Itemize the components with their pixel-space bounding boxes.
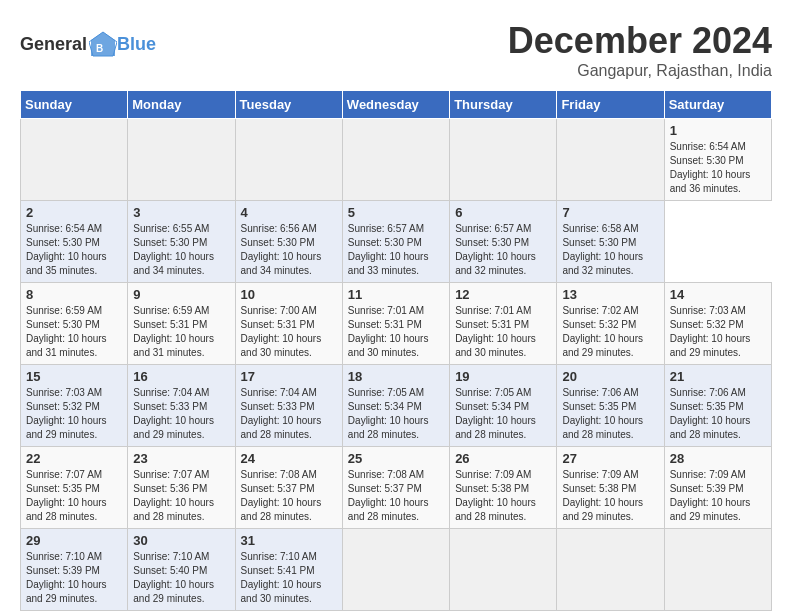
calendar-day-cell: 29Sunrise: 7:10 AMSunset: 5:39 PMDayligh…: [21, 529, 128, 611]
calendar-day-cell: 5Sunrise: 6:57 AMSunset: 5:30 PMDaylight…: [342, 201, 449, 283]
calendar-day-cell: 27Sunrise: 7:09 AMSunset: 5:38 PMDayligh…: [557, 447, 664, 529]
calendar-day-cell: 15Sunrise: 7:03 AMSunset: 5:32 PMDayligh…: [21, 365, 128, 447]
calendar-week-row: 22Sunrise: 7:07 AMSunset: 5:35 PMDayligh…: [21, 447, 772, 529]
day-info: Sunrise: 7:06 AMSunset: 5:35 PMDaylight:…: [670, 387, 751, 440]
day-number: 27: [562, 451, 658, 466]
calendar-day-cell: 25Sunrise: 7:08 AMSunset: 5:37 PMDayligh…: [342, 447, 449, 529]
calendar-empty-cell: [235, 119, 342, 201]
calendar-week-row: 8Sunrise: 6:59 AMSunset: 5:30 PMDaylight…: [21, 283, 772, 365]
calendar-day-cell: [342, 529, 449, 611]
day-info: Sunrise: 6:58 AMSunset: 5:30 PMDaylight:…: [562, 223, 643, 276]
day-number: 12: [455, 287, 551, 302]
day-number: 29: [26, 533, 122, 548]
calendar-day-cell: 28Sunrise: 7:09 AMSunset: 5:39 PMDayligh…: [664, 447, 771, 529]
calendar-table: SundayMondayTuesdayWednesdayThursdayFrid…: [20, 90, 772, 611]
day-number: 19: [455, 369, 551, 384]
calendar-header-sunday: Sunday: [21, 91, 128, 119]
calendar-body: 1Sunrise: 6:54 AMSunset: 5:30 PMDaylight…: [21, 119, 772, 611]
day-info: Sunrise: 7:04 AMSunset: 5:33 PMDaylight:…: [133, 387, 214, 440]
day-info: Sunrise: 7:05 AMSunset: 5:34 PMDaylight:…: [455, 387, 536, 440]
calendar-header-wednesday: Wednesday: [342, 91, 449, 119]
calendar-day-cell: 24Sunrise: 7:08 AMSunset: 5:37 PMDayligh…: [235, 447, 342, 529]
logo: General B Blue: [20, 30, 156, 58]
day-info: Sunrise: 7:10 AMSunset: 5:41 PMDaylight:…: [241, 551, 322, 604]
day-number: 18: [348, 369, 444, 384]
calendar-day-cell: 18Sunrise: 7:05 AMSunset: 5:34 PMDayligh…: [342, 365, 449, 447]
day-info: Sunrise: 7:05 AMSunset: 5:34 PMDaylight:…: [348, 387, 429, 440]
day-info: Sunrise: 6:59 AMSunset: 5:30 PMDaylight:…: [26, 305, 107, 358]
month-year: December 2024: [508, 20, 772, 62]
day-info: Sunrise: 6:54 AMSunset: 5:30 PMDaylight:…: [26, 223, 107, 276]
day-info: Sunrise: 6:56 AMSunset: 5:30 PMDaylight:…: [241, 223, 322, 276]
logo-text-blue: Blue: [117, 34, 156, 55]
day-info: Sunrise: 7:07 AMSunset: 5:35 PMDaylight:…: [26, 469, 107, 522]
logo-text-general: General: [20, 34, 87, 55]
calendar-day-cell: 26Sunrise: 7:09 AMSunset: 5:38 PMDayligh…: [450, 447, 557, 529]
day-number: 14: [670, 287, 766, 302]
day-number: 31: [241, 533, 337, 548]
day-number: 2: [26, 205, 122, 220]
calendar-day-cell: 19Sunrise: 7:05 AMSunset: 5:34 PMDayligh…: [450, 365, 557, 447]
day-number: 16: [133, 369, 229, 384]
calendar-day-cell: 22Sunrise: 7:07 AMSunset: 5:35 PMDayligh…: [21, 447, 128, 529]
calendar-day-cell: [664, 529, 771, 611]
calendar-day-cell: 31Sunrise: 7:10 AMSunset: 5:41 PMDayligh…: [235, 529, 342, 611]
calendar-empty-cell: [128, 119, 235, 201]
header: General B Blue December 2024 Gangapur, R…: [20, 20, 772, 80]
day-info: Sunrise: 7:09 AMSunset: 5:38 PMDaylight:…: [455, 469, 536, 522]
day-info: Sunrise: 7:10 AMSunset: 5:39 PMDaylight:…: [26, 551, 107, 604]
logo-icon: B: [89, 30, 117, 58]
day-info: Sunrise: 7:08 AMSunset: 5:37 PMDaylight:…: [241, 469, 322, 522]
day-number: 3: [133, 205, 229, 220]
calendar-header-row: SundayMondayTuesdayWednesdayThursdayFrid…: [21, 91, 772, 119]
calendar-day-cell: [557, 529, 664, 611]
day-number: 23: [133, 451, 229, 466]
calendar-header-thursday: Thursday: [450, 91, 557, 119]
calendar-day-cell: 11Sunrise: 7:01 AMSunset: 5:31 PMDayligh…: [342, 283, 449, 365]
calendar-empty-cell: [450, 119, 557, 201]
calendar-day-cell: 10Sunrise: 7:00 AMSunset: 5:31 PMDayligh…: [235, 283, 342, 365]
day-number: 25: [348, 451, 444, 466]
day-info: Sunrise: 7:06 AMSunset: 5:35 PMDaylight:…: [562, 387, 643, 440]
day-info: Sunrise: 6:57 AMSunset: 5:30 PMDaylight:…: [455, 223, 536, 276]
calendar-header-friday: Friday: [557, 91, 664, 119]
calendar-day-cell: 9Sunrise: 6:59 AMSunset: 5:31 PMDaylight…: [128, 283, 235, 365]
day-info: Sunrise: 7:08 AMSunset: 5:37 PMDaylight:…: [348, 469, 429, 522]
calendar-day-cell: 4Sunrise: 6:56 AMSunset: 5:30 PMDaylight…: [235, 201, 342, 283]
day-info: Sunrise: 7:09 AMSunset: 5:38 PMDaylight:…: [562, 469, 643, 522]
day-info: Sunrise: 6:57 AMSunset: 5:30 PMDaylight:…: [348, 223, 429, 276]
day-info: Sunrise: 7:07 AMSunset: 5:36 PMDaylight:…: [133, 469, 214, 522]
day-info: Sunrise: 7:03 AMSunset: 5:32 PMDaylight:…: [26, 387, 107, 440]
day-number: 9: [133, 287, 229, 302]
day-number: 10: [241, 287, 337, 302]
calendar-day-cell: 12Sunrise: 7:01 AMSunset: 5:31 PMDayligh…: [450, 283, 557, 365]
day-info: Sunrise: 6:54 AMSunset: 5:30 PMDaylight:…: [670, 141, 751, 194]
day-info: Sunrise: 6:59 AMSunset: 5:31 PMDaylight:…: [133, 305, 214, 358]
day-info: Sunrise: 7:04 AMSunset: 5:33 PMDaylight:…: [241, 387, 322, 440]
day-number: 17: [241, 369, 337, 384]
calendar-week-row: 15Sunrise: 7:03 AMSunset: 5:32 PMDayligh…: [21, 365, 772, 447]
day-info: Sunrise: 7:03 AMSunset: 5:32 PMDaylight:…: [670, 305, 751, 358]
calendar-day-cell: 3Sunrise: 6:55 AMSunset: 5:30 PMDaylight…: [128, 201, 235, 283]
calendar-header-monday: Monday: [128, 91, 235, 119]
day-number: 8: [26, 287, 122, 302]
calendar-day-cell: 30Sunrise: 7:10 AMSunset: 5:40 PMDayligh…: [128, 529, 235, 611]
day-info: Sunrise: 7:02 AMSunset: 5:32 PMDaylight:…: [562, 305, 643, 358]
day-number: 20: [562, 369, 658, 384]
calendar-header-saturday: Saturday: [664, 91, 771, 119]
location: Gangapur, Rajasthan, India: [508, 62, 772, 80]
title-area: December 2024 Gangapur, Rajasthan, India: [508, 20, 772, 80]
day-info: Sunrise: 6:55 AMSunset: 5:30 PMDaylight:…: [133, 223, 214, 276]
calendar-day-cell: 23Sunrise: 7:07 AMSunset: 5:36 PMDayligh…: [128, 447, 235, 529]
calendar-week-row: 1Sunrise: 6:54 AMSunset: 5:30 PMDaylight…: [21, 119, 772, 201]
day-info: Sunrise: 7:01 AMSunset: 5:31 PMDaylight:…: [348, 305, 429, 358]
day-number: 4: [241, 205, 337, 220]
calendar-header-tuesday: Tuesday: [235, 91, 342, 119]
day-info: Sunrise: 7:01 AMSunset: 5:31 PMDaylight:…: [455, 305, 536, 358]
day-number: 11: [348, 287, 444, 302]
day-info: Sunrise: 7:00 AMSunset: 5:31 PMDaylight:…: [241, 305, 322, 358]
calendar-day-cell: 14Sunrise: 7:03 AMSunset: 5:32 PMDayligh…: [664, 283, 771, 365]
calendar-day-cell: 8Sunrise: 6:59 AMSunset: 5:30 PMDaylight…: [21, 283, 128, 365]
svg-text:B: B: [96, 43, 103, 54]
day-number: 26: [455, 451, 551, 466]
